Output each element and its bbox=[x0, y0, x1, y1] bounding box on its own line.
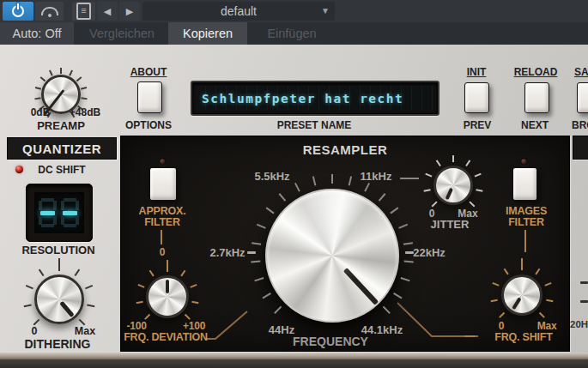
prev-arrow-icon: ◀ bbox=[104, 6, 111, 17]
tab-compare[interactable]: Vergleichen bbox=[81, 22, 163, 45]
bottom-edge bbox=[0, 359, 588, 368]
jitter-label: JITTER bbox=[431, 218, 470, 231]
power-icon bbox=[12, 5, 24, 17]
images-filter-line1: IMAGES bbox=[506, 205, 547, 217]
resampler-panel: RESAMPLER APPROX. FILTER 0 -100 +100 FRQ… bbox=[120, 136, 570, 352]
frq-deviation-pointer bbox=[149, 278, 186, 316]
frequency-scale-22khz: 22kHz bbox=[413, 246, 446, 259]
approx-filter-line1: APPROX. bbox=[139, 205, 186, 217]
images-filter-line2: FILTER bbox=[508, 216, 544, 228]
frq-deviation-max-label: +100 bbox=[183, 320, 205, 332]
dithering-label: DITHERING bbox=[25, 337, 91, 351]
options-button[interactable] bbox=[137, 81, 162, 113]
about-label[interactable]: ABOUT bbox=[130, 66, 167, 78]
init-label[interactable]: INIT bbox=[467, 66, 487, 78]
quantizer-header: QUANTIZER bbox=[7, 137, 117, 160]
resolution-digit-1 bbox=[39, 198, 57, 227]
frq-deviation-min-label: -100 bbox=[126, 320, 146, 332]
copy-label: Kopieren bbox=[183, 27, 233, 40]
options-label: OPTIONS bbox=[125, 119, 172, 131]
frq-deviation-zero-label: 0 bbox=[160, 246, 165, 258]
browse-label: BROWSE bbox=[572, 119, 588, 131]
frq-shift-max-label: Max bbox=[537, 320, 557, 332]
frq-shift-dash bbox=[464, 335, 476, 337]
prev-label: PREV bbox=[464, 119, 492, 131]
approx-filter-connector bbox=[161, 230, 162, 244]
preset-name-label: PRESET NAME bbox=[277, 119, 352, 131]
frq-shift-label: FRQ. SHIFT bbox=[494, 331, 552, 343]
dropdown-arrow-icon: ▼ bbox=[321, 6, 330, 15]
preset-name-value: Schlumpfpeter hat recht bbox=[196, 92, 403, 106]
scale-dash-left bbox=[247, 251, 256, 254]
approx-filter-led bbox=[159, 158, 167, 166]
prev-preset-big-button[interactable] bbox=[464, 82, 489, 113]
dithering-knob[interactable] bbox=[34, 274, 84, 324]
reload-label[interactable]: RELOAD bbox=[514, 66, 558, 78]
paste-label: Einfügen bbox=[267, 27, 316, 40]
right-tick-2 bbox=[580, 300, 588, 303]
frequency-scale-5-5khz: 5.5kHz bbox=[254, 170, 289, 183]
resolution-digit-2 bbox=[61, 198, 79, 227]
compare-label: Vergleichen bbox=[89, 27, 155, 40]
jitter-knob[interactable] bbox=[433, 166, 473, 205]
power-button[interactable] bbox=[3, 2, 33, 21]
resolution-screen bbox=[34, 192, 84, 233]
images-filter-led bbox=[520, 158, 528, 166]
frequency-scale-44hz: 44Hz bbox=[269, 323, 294, 336]
preset-file-button[interactable]: ≡ bbox=[72, 2, 95, 21]
next-preset-button[interactable]: ▶ bbox=[119, 2, 140, 21]
images-filter-button[interactable] bbox=[512, 167, 537, 201]
browse-button[interactable] bbox=[577, 82, 588, 113]
soft-bypass-button[interactable] bbox=[35, 2, 64, 21]
dithering-max-label: Max bbox=[75, 325, 95, 337]
preamp-max-label: +48dB bbox=[70, 106, 100, 118]
frq-shift-min-label: 0 bbox=[499, 320, 504, 332]
title-bar: ≡ ◀ ▶ default ▼ bbox=[0, 0, 588, 23]
automation-mode-button[interactable]: Auto: Off bbox=[0, 22, 74, 45]
automation-mode-label: Auto: Off bbox=[13, 27, 62, 40]
save-label[interactable]: SAVE bbox=[574, 66, 588, 78]
frequency-knob[interactable] bbox=[265, 189, 399, 323]
preamp-min-label: 0dB bbox=[31, 106, 51, 118]
frequency-scale-11khz: 11kHz bbox=[361, 170, 392, 183]
quantizer-title: QUANTIZER bbox=[22, 142, 101, 156]
resolution-display[interactable] bbox=[26, 184, 93, 242]
preset-name-display[interactable]: Schlumpfpeter hat recht bbox=[191, 81, 439, 116]
dc-shift-label: DC SHIFT bbox=[38, 164, 85, 176]
tab-copy[interactable]: Kopieren bbox=[168, 22, 247, 45]
next-label: NEXT bbox=[521, 119, 549, 131]
next-preset-big-button[interactable] bbox=[524, 82, 549, 113]
document-icon: ≡ bbox=[76, 3, 91, 20]
frq-shift-knob[interactable] bbox=[501, 274, 543, 316]
frequency-scale-2-7khz: 2.7kHz bbox=[209, 246, 245, 259]
preamp-label: PREAMP bbox=[37, 119, 85, 132]
dc-shift-led[interactable] bbox=[15, 166, 23, 173]
prev-preset-button[interactable]: ◀ bbox=[97, 2, 118, 21]
images-filter-connector bbox=[524, 230, 526, 252]
bypass-curve-icon bbox=[41, 7, 58, 15]
dithering-min-label: 0 bbox=[32, 325, 38, 337]
preset-name-screen: Schlumpfpeter hat recht bbox=[196, 86, 434, 111]
frequency-label: FREQUENCY bbox=[293, 335, 368, 348]
decimort-plugin-window: ≡ ◀ ▶ default ▼ Auto: Off Vergleichen Ko… bbox=[0, 0, 588, 368]
scale-dash-right bbox=[405, 251, 414, 254]
frq-deviation-label: FRQ. DEVIATION bbox=[121, 331, 210, 343]
next-arrow-icon: ▶ bbox=[126, 6, 133, 17]
right-tick-1 bbox=[580, 281, 588, 284]
approx-filter-button[interactable] bbox=[149, 167, 177, 201]
right-section-header bbox=[573, 136, 588, 160]
right-freq-label: 20Hz bbox=[570, 319, 588, 329]
preset-dropdown-value: default bbox=[221, 4, 257, 18]
preset-dropdown[interactable]: default ▼ bbox=[142, 2, 335, 21]
tab-paste[interactable]: Einfügen bbox=[251, 22, 333, 45]
approx-filter-line2: FILTER bbox=[144, 216, 180, 228]
toolbar: Auto: Off Vergleichen Kopieren Einfügen bbox=[0, 22, 588, 45]
frq-deviation-knob[interactable] bbox=[146, 275, 189, 318]
bottom-bevel bbox=[0, 353, 588, 359]
resolution-label: RESOLUTION bbox=[21, 244, 94, 256]
